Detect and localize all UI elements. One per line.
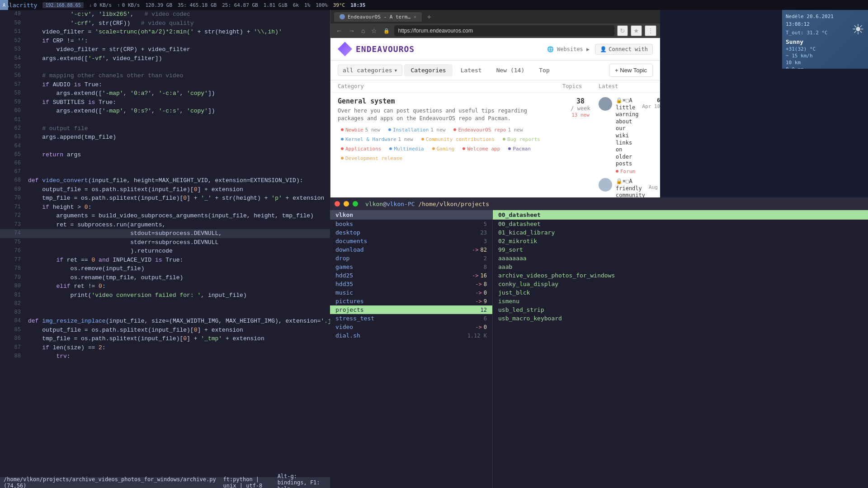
- new-tab-button[interactable]: +: [425, 13, 434, 20]
- col-category: Category: [338, 83, 562, 89]
- tag-newbie[interactable]: Newbie 5 new: [338, 126, 383, 134]
- forum-tabs: all categories ▾ Categories Latest New (…: [330, 61, 660, 80]
- fm-right-row-7[interactable]: conky_lua_display: [493, 280, 868, 288]
- fm-left-header: vlkon: [330, 210, 492, 220]
- star-button[interactable]: ★: [631, 25, 642, 36]
- fm-row-download[interactable]: download -> 82: [330, 245, 492, 254]
- fm-right-row-9[interactable]: ismenu: [493, 297, 868, 305]
- category-desc: Over here you can post questions and use…: [338, 107, 546, 122]
- tab-categories[interactable]: Categories: [404, 64, 452, 76]
- tab-favicon: [340, 14, 345, 19]
- transfer-up: ↑ 0 KB/s: [117, 2, 140, 8]
- terminal-titlebar: vlkon@vlkon-PC /home/vlkon/projects: [330, 197, 868, 210]
- tag-gaming[interactable]: Gaming: [429, 145, 458, 153]
- terminal-title: vlkon@vlkon-PC /home/vlkon/projects: [365, 201, 489, 207]
- tab-new[interactable]: New (14): [490, 64, 531, 76]
- col-latest: Latest: [599, 83, 653, 89]
- logo-icon: [338, 42, 352, 56]
- tab-latest[interactable]: Latest: [454, 64, 488, 76]
- back-button[interactable]: ←: [334, 26, 344, 35]
- fm-row-stress[interactable]: stress_test 6: [330, 314, 492, 323]
- term-close-button[interactable]: [335, 201, 340, 206]
- close-icon[interactable]: ×: [414, 14, 416, 19]
- post-info-1: 🔒✖□A little warning about our wiki links…: [616, 97, 639, 174]
- forward-button[interactable]: →: [347, 26, 357, 35]
- post-replies-2: 6 Aug '20: [649, 178, 660, 190]
- url-bar[interactable]: [394, 25, 614, 36]
- fm-right-row-3[interactable]: 99_sort: [493, 245, 868, 254]
- fm-row-music[interactable]: music -> 0: [330, 288, 492, 297]
- fm-row-hdd25[interactable]: hdd25 -> 16: [330, 271, 492, 280]
- weather-humidity: 8.0 mm: [786, 66, 864, 69]
- fm-row-games[interactable]: games 8: [330, 263, 492, 271]
- forum-header: ENDEAVOUROS 🌐 Websites ▶ 👤 Connect with: [330, 38, 660, 61]
- transfer-down: ↓ 0 KB/s: [89, 2, 112, 8]
- fm-right-row-8[interactable]: just_blck: [493, 288, 868, 297]
- tag-eos-repo[interactable]: EndeavourOS repo 1 new: [450, 126, 526, 134]
- network-total: 128.39 GB: [145, 2, 172, 8]
- tab-top[interactable]: Top: [533, 64, 556, 76]
- col-topics: Topics: [562, 83, 599, 89]
- weather-distance: 10 km: [786, 60, 864, 66]
- nav-connect-button[interactable]: 👤 Connect with: [595, 44, 653, 55]
- fm-row-projects[interactable]: projects 12: [330, 305, 492, 314]
- fm-right-row-10[interactable]: usb_led_strip: [493, 305, 868, 314]
- tag-apps[interactable]: Applications: [338, 145, 384, 153]
- weather-widget: Nedéle 20.6.2021 13:08:12 T_out: 31.2 °C…: [782, 10, 868, 69]
- fm-row-video[interactable]: video -> 0: [330, 323, 492, 331]
- tab-all-categories[interactable]: all categories ▾: [338, 65, 402, 76]
- fm-row-desktop[interactable]: desktop 23: [330, 228, 492, 237]
- tag-community[interactable]: Community contributions: [418, 136, 498, 143]
- tag-pills: Newbie 5 new Installation 1 new Endeavou…: [338, 126, 562, 162]
- fm-row-hdd35[interactable]: hdd35 -> 8: [330, 280, 492, 288]
- fm-right-row-6[interactable]: archive_videos_photos_for_windows: [493, 271, 868, 280]
- tag-installation[interactable]: Installation 1 new: [385, 126, 449, 134]
- bookmarks-button[interactable]: ☆: [369, 26, 379, 35]
- weather-icon: ☀: [853, 19, 863, 40]
- nav-websites[interactable]: 🌐 Websites ▶: [547, 46, 590, 52]
- post-title-1[interactable]: 🔒✖□A little warning about our wiki links…: [616, 97, 639, 168]
- fm-right-row-0[interactable]: 00_datasheet: [493, 220, 868, 228]
- tag-pacman[interactable]: Pacman: [505, 145, 534, 153]
- file-manager: vlkon books 5 desktop 23 documents 3 dow…: [330, 210, 868, 488]
- forum-table-header: Category Topics Latest: [330, 80, 660, 93]
- home-button[interactable]: ⌂: [359, 26, 367, 35]
- fm-row-pictures[interactable]: pictures -> 9: [330, 297, 492, 305]
- lock-button: 🔒: [382, 27, 392, 35]
- avatar-2: [599, 178, 612, 192]
- tag-bugs[interactable]: Bug reports: [500, 136, 543, 143]
- post-meta-1: Forum: [616, 169, 639, 174]
- fm-right-row-11[interactable]: usb_macro_keyboard: [493, 314, 868, 323]
- fm-right-row-5[interactable]: aaab: [493, 263, 868, 271]
- tab-title: EndeavourOS - A terminal...: [348, 14, 411, 20]
- app-name-label: Alacritty: [5, 2, 37, 9]
- tag-multimedia[interactable]: Multimedia: [386, 145, 427, 153]
- tag-welcome[interactable]: Welcome app: [459, 145, 503, 153]
- status-path: /home/vlkon/projects/archive_videos_phot…: [4, 476, 216, 488]
- temperature: 39°C: [333, 2, 345, 8]
- browser-tab-active[interactable]: EndeavourOS - A terminal... ×: [334, 12, 422, 22]
- menu-button[interactable]: ⋮: [645, 25, 656, 36]
- status-bar: /home/vlkon/projects/archive_videos_phot…: [0, 477, 330, 488]
- refresh-button[interactable]: ↻: [617, 25, 628, 36]
- status-type: ft:python | unix | utf-8: [223, 476, 270, 488]
- fm-right-row-2[interactable]: 02_mikrotik: [493, 237, 868, 245]
- fm-right-row-4[interactable]: aaaaaaaa: [493, 254, 868, 263]
- fm-right-row-1[interactable]: 01_kicad_library: [493, 228, 868, 237]
- cpu-stat2: 25: 64.87 GB: [222, 2, 258, 8]
- fm-row-books[interactable]: books 5: [330, 220, 492, 228]
- latest-post-1: 🔒✖□A little warning about our wiki links…: [599, 97, 653, 174]
- fm-row-drop[interactable]: drop 2: [330, 254, 492, 263]
- fm-row-documents[interactable]: documents 3: [330, 237, 492, 245]
- browser-chrome: EndeavourOS - A terminal... × +: [330, 10, 660, 23]
- term-minimize-button[interactable]: [344, 201, 349, 206]
- fm-row-dialsh[interactable]: dial.sh 1.12 K: [330, 331, 492, 340]
- term-maximize-button[interactable]: [353, 201, 358, 206]
- category-name[interactable]: General system: [338, 97, 562, 105]
- new-topic-button[interactable]: + New Topic: [609, 64, 653, 77]
- forum-logo: ENDEAVOUROS: [338, 42, 415, 56]
- fm-left-panel: vlkon books 5 desktop 23 documents 3 dow…: [330, 210, 493, 488]
- tag-dev-release[interactable]: Development release: [338, 155, 406, 162]
- fm-right-header: 00_datasheet: [493, 210, 868, 220]
- tag-kernel[interactable]: Kernel & Hardware 1 new: [338, 136, 416, 143]
